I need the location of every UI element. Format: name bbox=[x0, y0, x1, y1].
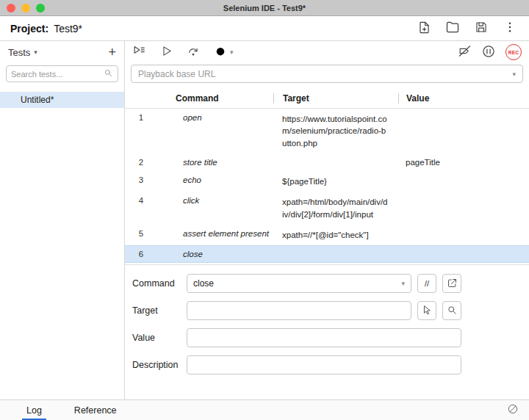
external-link-icon bbox=[447, 278, 458, 290]
chevron-down-icon: ▾ bbox=[34, 48, 37, 56]
test-list-item-untitled[interactable]: Untitled* bbox=[0, 92, 124, 108]
header-number-column bbox=[125, 93, 157, 104]
row-value bbox=[398, 229, 529, 241]
description-field-label: Description bbox=[132, 360, 187, 370]
row-command: click bbox=[157, 196, 273, 220]
row-command: store title bbox=[157, 158, 273, 167]
tab-reference[interactable]: Reference bbox=[70, 400, 121, 420]
play-all-icon bbox=[132, 44, 146, 60]
command-edit-form: Command ▾ // Target bbox=[125, 265, 529, 383]
kebab-menu-icon bbox=[503, 21, 517, 36]
row-value bbox=[398, 175, 529, 187]
header-target: Target bbox=[273, 93, 398, 104]
table-row[interactable]: 5 assert element present xpath=//*[@id="… bbox=[125, 225, 529, 245]
row-number: 5 bbox=[125, 229, 157, 241]
command-select-input[interactable] bbox=[193, 278, 401, 289]
row-value bbox=[398, 250, 529, 258]
command-select[interactable]: ▾ bbox=[187, 274, 411, 293]
row-number: 3 bbox=[125, 175, 157, 187]
row-value: pageTitle bbox=[398, 158, 529, 167]
row-target: https://www.tutorialspoint.com/selenium/… bbox=[273, 113, 398, 149]
run-all-tests-button[interactable] bbox=[132, 44, 146, 60]
row-command: echo bbox=[157, 175, 273, 187]
value-field-label: Value bbox=[132, 333, 187, 343]
header-command: Command bbox=[157, 93, 273, 104]
tests-dropdown[interactable]: Tests bbox=[8, 47, 30, 58]
run-current-test-button[interactable] bbox=[160, 45, 173, 59]
table-row[interactable]: 4 click xpath=/html/body/main/div/div/di… bbox=[125, 192, 529, 225]
row-number: 6 bbox=[125, 250, 157, 258]
row-target bbox=[273, 158, 398, 167]
playback-base-url-combobox: ▾ bbox=[131, 65, 523, 83]
row-target: xpath=/html/body/main/div/div/div[2]/for… bbox=[273, 196, 398, 220]
row-target: ${pageTitle} bbox=[273, 175, 398, 187]
table-row-selected[interactable]: 6 close bbox=[125, 245, 529, 263]
toggle-comment-button[interactable]: // bbox=[417, 274, 436, 293]
description-input[interactable] bbox=[193, 360, 455, 370]
search-icon bbox=[447, 305, 458, 317]
more-menu-button[interactable] bbox=[501, 20, 519, 37]
disable-breakpoints-button[interactable] bbox=[458, 44, 472, 60]
project-header: Project: Test9* bbox=[0, 16, 529, 41]
selenium-ide-window: Selenium IDE - Test9* Project: Test9* Te… bbox=[0, 0, 529, 420]
select-target-button[interactable] bbox=[417, 301, 436, 320]
value-field[interactable] bbox=[187, 328, 461, 347]
pause-on-exceptions-button[interactable] bbox=[481, 44, 496, 61]
playback-base-url-input[interactable] bbox=[138, 69, 512, 79]
new-project-icon bbox=[417, 21, 431, 37]
row-command: assert element present bbox=[157, 229, 273, 241]
disable-breakpoints-icon bbox=[458, 44, 472, 60]
window-title: Selenium IDE - Test9* bbox=[0, 4, 529, 12]
row-target bbox=[273, 250, 398, 258]
target-field-label: Target bbox=[132, 305, 187, 316]
tests-sidebar: Tests ▾ + Untitled* bbox=[0, 41, 125, 399]
find-target-button[interactable] bbox=[442, 301, 461, 320]
stopwatch-icon bbox=[214, 44, 227, 60]
row-value bbox=[398, 196, 529, 220]
description-field[interactable] bbox=[187, 355, 461, 374]
test-speed-control[interactable]: ▾ bbox=[214, 44, 234, 60]
playback-toolbar: ▾ REC bbox=[125, 41, 529, 63]
zoom-window-button[interactable] bbox=[36, 4, 45, 12]
row-number: 1 bbox=[125, 113, 157, 149]
save-floppy-icon bbox=[475, 21, 488, 36]
bottom-panel-tabs: Log Reference bbox=[0, 399, 529, 420]
new-project-button[interactable] bbox=[415, 20, 433, 37]
chevron-down-icon: ▾ bbox=[401, 280, 405, 287]
header-value: Value bbox=[398, 93, 529, 104]
table-row[interactable]: 3 echo ${pageTitle} bbox=[125, 171, 529, 192]
play-icon bbox=[160, 45, 173, 59]
target-input[interactable] bbox=[193, 305, 405, 316]
table-row[interactable]: 1 open https://www.tutorialspoint.com/se… bbox=[125, 109, 529, 153]
search-tests-input[interactable] bbox=[11, 70, 104, 79]
tab-log[interactable]: Log bbox=[22, 400, 46, 420]
close-window-button[interactable] bbox=[7, 4, 15, 12]
open-project-button[interactable] bbox=[444, 20, 461, 37]
chevron-down-icon[interactable]: ▾ bbox=[512, 70, 516, 78]
minimize-window-button[interactable] bbox=[21, 4, 30, 12]
row-value bbox=[398, 113, 529, 149]
open-reference-button[interactable] bbox=[442, 274, 461, 293]
pause-circle-icon bbox=[481, 44, 496, 61]
titlebar: Selenium IDE - Test9* bbox=[0, 0, 529, 16]
chevron-down-icon: ▾ bbox=[230, 48, 234, 56]
command-table-header: Command Target Value bbox=[125, 90, 529, 109]
row-number: 2 bbox=[125, 158, 157, 167]
record-button[interactable]: REC bbox=[505, 44, 522, 60]
row-command: close bbox=[157, 250, 273, 258]
value-input[interactable] bbox=[193, 333, 455, 343]
row-command: open bbox=[157, 113, 273, 149]
row-number: 4 bbox=[125, 196, 157, 220]
command-table: 1 open https://www.tutorialspoint.com/se… bbox=[125, 109, 529, 263]
table-row[interactable]: 2 store title pageTitle bbox=[125, 153, 529, 171]
step-over-icon bbox=[187, 45, 200, 60]
target-field[interactable] bbox=[187, 301, 411, 320]
cursor-pointer-icon bbox=[422, 305, 433, 317]
search-icon bbox=[104, 68, 113, 81]
row-target: xpath=//*[@id="check"] bbox=[273, 229, 398, 241]
clear-log-icon[interactable] bbox=[507, 403, 519, 418]
project-name: Test9* bbox=[54, 23, 82, 35]
step-over-button[interactable] bbox=[187, 45, 200, 60]
save-project-button[interactable] bbox=[472, 20, 490, 37]
add-test-button[interactable]: + bbox=[108, 46, 116, 59]
